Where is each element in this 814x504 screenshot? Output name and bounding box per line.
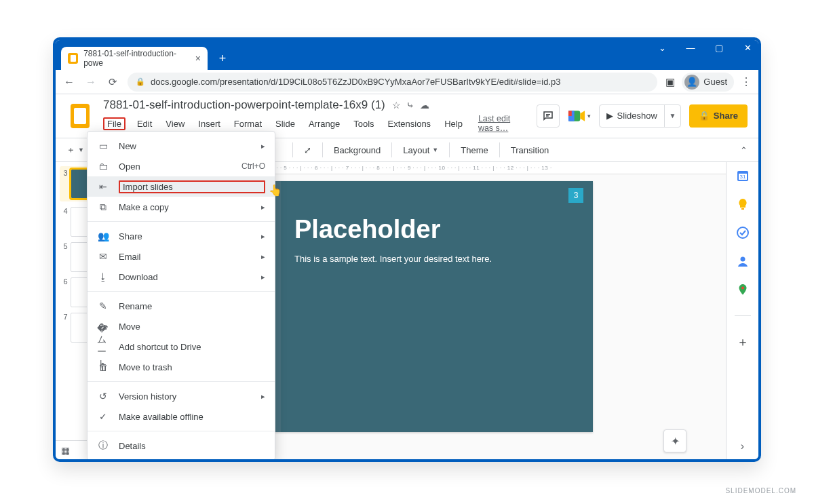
theme-button[interactable]: Theme	[457, 142, 492, 158]
menu-tools[interactable]: Tools	[351, 117, 376, 130]
menu-file[interactable]: File	[103, 117, 125, 130]
slide-right-panel: Placeholder This is a sample text. Inser…	[294, 215, 579, 264]
add-addon-icon[interactable]: ＋	[736, 335, 750, 349]
minimize-icon[interactable]: —	[684, 43, 697, 53]
profile-chip[interactable]: 👤 Guest	[682, 73, 734, 92]
forward-icon[interactable]: →	[84, 76, 98, 88]
info-icon: ⓘ	[97, 440, 109, 452]
submenu-arrow-icon: ▸	[261, 203, 265, 212]
file-menu-open[interactable]: 🗀OpenCtrl+O	[88, 156, 275, 176]
file-menu-rename[interactable]: ✎Rename	[88, 296, 275, 316]
folder-icon: 🗀	[97, 161, 109, 172]
file-menu-trash[interactable]: 🗑Move to trash	[88, 357, 275, 377]
last-edit-link[interactable]: Last edit was s…	[478, 114, 527, 133]
new-slide-button[interactable]: ＋▼	[62, 141, 88, 159]
file-menu-dropdown: ▭New▸ 🗀OpenCtrl+O ⇤Import slides ⧉Make a…	[87, 131, 275, 461]
watermark: SLIDEMODEL.COM	[725, 487, 796, 495]
file-menu-share[interactable]: 👥Share▸	[88, 226, 275, 246]
share-label: Share	[714, 111, 738, 121]
file-menu-offline[interactable]: ✓Make available offline	[88, 406, 275, 427]
collapse-rail-icon[interactable]: ›	[741, 440, 744, 452]
slideshow-label: Slideshow	[617, 111, 657, 121]
file-menu-add-shortcut[interactable]: �ムートAdd shortcut to Drive	[88, 336, 275, 357]
menu-help[interactable]: Help	[442, 117, 465, 130]
close-tab-icon[interactable]: ×	[195, 53, 201, 64]
placeholder-subtitle[interactable]: This is a sample text. Insert your desir…	[294, 254, 579, 264]
lock-icon: 🔒	[699, 111, 710, 121]
placeholder-title[interactable]: Placeholder	[294, 215, 579, 244]
star-icon[interactable]: ☆	[392, 100, 401, 111]
browser-address-bar: ← → ⟳ 🔒 docs.google.com/presentation/d/1…	[56, 70, 758, 94]
reading-list-icon[interactable]: ▣	[665, 76, 675, 88]
submenu-arrow-icon: ▸	[261, 392, 265, 401]
tab-title: 7881-01-self-introduction-powe	[83, 49, 190, 68]
maximize-icon[interactable]: ▢	[712, 43, 726, 53]
copy-icon: ⧉	[97, 201, 109, 213]
menu-format[interactable]: Format	[232, 117, 264, 130]
meet-icon	[568, 109, 586, 123]
browser-tab[interactable]: 7881-01-self-introduction-powe ×	[61, 47, 208, 70]
file-menu-details[interactable]: ⓘDetails	[88, 435, 275, 456]
submenu-arrow-icon: ▸	[261, 273, 265, 282]
comment-icon	[542, 110, 554, 122]
svg-point-9	[740, 257, 745, 262]
layout-button[interactable]: Layout▼	[399, 142, 442, 158]
file-menu-email[interactable]: ✉Email▸	[88, 246, 275, 267]
file-menu-import-slides[interactable]: ⇤Import slides	[88, 176, 275, 197]
tasks-icon[interactable]	[736, 226, 750, 239]
calendar-icon[interactable]: 31	[736, 169, 750, 182]
window-controls: ⌄ — ▢ ✕	[655, 43, 754, 53]
file-menu-new[interactable]: ▭New▸	[88, 136, 275, 156]
fit-button[interactable]: ⤢	[300, 142, 315, 158]
svg-text:31: 31	[739, 174, 745, 180]
menu-bar: File Edit View Insert Format Slide Arran…	[103, 114, 527, 133]
offline-icon: ✓	[97, 411, 109, 422]
reload-icon[interactable]: ⟳	[106, 76, 119, 88]
submenu-arrow-icon: ▸	[261, 232, 265, 241]
menu-extensions[interactable]: Extensions	[386, 117, 433, 130]
keep-icon[interactable]	[736, 197, 750, 211]
transition-button[interactable]: Transition	[507, 142, 554, 158]
maps-icon[interactable]	[736, 283, 750, 296]
rename-icon: ✎	[97, 301, 109, 311]
slides-logo[interactable]	[66, 102, 94, 130]
svg-point-10	[741, 287, 744, 290]
browser-window: 7881-01-self-introduction-powe × + ⌄ — ▢…	[53, 37, 761, 462]
file-menu-version-history[interactable]: ↺Version history▸	[88, 386, 275, 406]
import-icon: ⇤	[97, 181, 109, 192]
share-button[interactable]: 🔒 Share	[689, 104, 748, 128]
back-icon[interactable]: ←	[62, 76, 76, 88]
email-icon: ✉	[97, 251, 109, 262]
trash-icon: 🗑	[97, 362, 109, 372]
cloud-status-icon[interactable]: ☁	[420, 100, 429, 111]
menu-insert[interactable]: Insert	[196, 117, 222, 130]
document-title[interactable]: 7881-01-self-introduction-powerpoint-tem…	[103, 98, 385, 112]
file-menu-move[interactable]: 🗁Move	[88, 316, 275, 336]
explore-button[interactable]: ✦	[663, 429, 686, 452]
slides-favicon	[68, 53, 78, 64]
file-menu-make-copy[interactable]: ⧉Make a copy▸	[88, 197, 275, 217]
url-input[interactable]: 🔒 docs.google.com/presentation/d/1D9CiL0…	[128, 73, 657, 92]
menu-arrange[interactable]: Arrange	[307, 117, 342, 130]
browser-titlebar: 7881-01-self-introduction-powe × + ⌄ — ▢…	[56, 40, 758, 70]
close-window-icon[interactable]: ✕	[741, 43, 754, 53]
comment-history-button[interactable]	[537, 104, 560, 128]
submenu-arrow-icon: ▸	[261, 252, 265, 261]
slideshow-button[interactable]: ▶ Slideshow ▼	[599, 104, 681, 128]
background-button[interactable]: Background	[330, 142, 385, 158]
svg-marker-2	[580, 111, 585, 121]
file-menu-download[interactable]: ⭳Download▸	[88, 267, 275, 287]
menu-view[interactable]: View	[163, 117, 187, 130]
meet-button[interactable]: ▾	[568, 104, 591, 128]
new-tab-button[interactable]: +	[213, 49, 232, 68]
menu-edit[interactable]: Edit	[135, 117, 154, 130]
collapse-toolbar-icon[interactable]: ⌃	[740, 145, 752, 155]
menu-slide[interactable]: Slide	[273, 117, 297, 130]
slideshow-caret[interactable]: ▼	[664, 105, 680, 127]
move-folder-icon[interactable]: ⤷	[406, 100, 414, 111]
kebab-menu-icon[interactable]: ⋮	[741, 75, 752, 88]
contacts-icon[interactable]	[736, 254, 750, 268]
grid-view-icon[interactable]: ▦	[61, 445, 70, 456]
chevron-down-icon[interactable]: ⌄	[655, 43, 669, 53]
download-icon: ⭳	[97, 271, 109, 282]
